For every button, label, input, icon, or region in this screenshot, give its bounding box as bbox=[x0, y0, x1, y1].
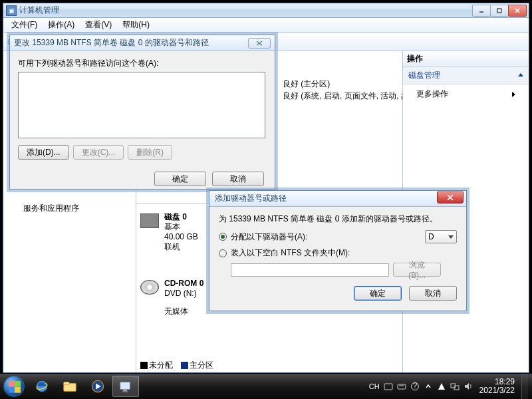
svg-rect-16 bbox=[120, 382, 130, 390]
volume-icon[interactable] bbox=[464, 382, 473, 391]
titlebar[interactable]: ▣ 计算机管理 bbox=[3, 3, 529, 18]
mount-path-input bbox=[231, 263, 389, 277]
mount-folder-label: 装入以下空白 NTFS 文件夹中(M): bbox=[231, 247, 350, 259]
svg-rect-19 bbox=[384, 384, 392, 390]
menu-view[interactable]: 查看(V) bbox=[80, 17, 117, 33]
help-icon[interactable]: ? bbox=[410, 382, 420, 391]
system-tray: CH ? 18:29 2021/3/22 bbox=[369, 374, 532, 399]
windows-logo-icon bbox=[3, 376, 25, 397]
chevron-right-icon bbox=[512, 92, 515, 97]
minimize-button[interactable] bbox=[472, 5, 491, 17]
ime-icon[interactable] bbox=[384, 382, 393, 391]
mount-folder-option[interactable]: 装入以下空白 NTFS 文件夹中(M): bbox=[219, 247, 457, 259]
ime-indicator[interactable]: CH bbox=[369, 382, 380, 390]
drive-letter-value: D bbox=[428, 232, 434, 241]
assign-letter-option[interactable]: 分配以下驱动器号(A): D bbox=[219, 230, 457, 243]
taskbar: CH ? 18:29 2021/3/22 bbox=[0, 374, 532, 399]
dialog1-label: 可用下列驱动器号和路径访问这个卷(A): bbox=[18, 58, 267, 69]
svg-text:?: ? bbox=[412, 382, 417, 390]
window-title: 计算机管理 bbox=[19, 5, 473, 16]
taskbar-ie[interactable] bbox=[29, 376, 55, 397]
dialog2-description: 为 15339 MB NTFS 简单卷 磁盘 0 添加新的驱动器号或路径。 bbox=[219, 213, 457, 225]
add-drive-letter-dialog: 添加驱动器号或路径 为 15339 MB NTFS 简单卷 磁盘 0 添加新的驱… bbox=[209, 190, 467, 311]
change-button: 更改(C)... bbox=[73, 145, 124, 160]
radio-mount-folder[interactable] bbox=[219, 249, 227, 257]
radio-assign-letter[interactable] bbox=[219, 233, 227, 241]
svg-rect-17 bbox=[123, 390, 127, 392]
svg-rect-18 bbox=[122, 391, 128, 392]
cancel-button[interactable]: 取消 bbox=[409, 286, 457, 301]
dialog2-close-button[interactable] bbox=[437, 192, 464, 203]
disk-icon bbox=[140, 213, 159, 228]
maximize-button[interactable] bbox=[490, 5, 509, 17]
actions-more[interactable]: 更多操作 bbox=[403, 84, 529, 104]
legend-unalloc-box bbox=[140, 362, 148, 369]
clock-date: 2021/3/22 bbox=[479, 386, 515, 395]
legend-unalloc-label: 未分配 bbox=[149, 360, 173, 370]
close-button[interactable] bbox=[508, 5, 527, 17]
svg-rect-20 bbox=[398, 384, 406, 389]
ok-button[interactable]: 确定 bbox=[354, 286, 402, 301]
disk-type: 基本 bbox=[164, 222, 198, 232]
taskbar-media-player[interactable] bbox=[84, 376, 111, 397]
assign-letter-label: 分配以下驱动器号(A): bbox=[231, 231, 307, 243]
cdrom-icon bbox=[140, 280, 159, 295]
collapse-icon bbox=[518, 73, 523, 76]
actions-more-label: 更多操作 bbox=[416, 88, 448, 100]
svg-rect-1 bbox=[497, 9, 501, 13]
tree-item[interactable]: 服务和应用程序 bbox=[23, 203, 79, 214]
dialog1-titlebar[interactable]: 更改 15339 MB NTFS 简单卷 磁盘 0 的驱动器号和路径 bbox=[10, 35, 275, 51]
svg-rect-13 bbox=[64, 382, 69, 385]
start-button[interactable] bbox=[0, 374, 28, 399]
menubar: 文件(F) 操作(A) 查看(V) 帮助(H) bbox=[3, 18, 529, 33]
dialog1-title: 更改 15339 MB NTFS 简单卷 磁盘 0 的驱动器号和路径 bbox=[14, 37, 248, 49]
actions-section[interactable]: 磁盘管理 bbox=[403, 67, 529, 84]
menu-help[interactable]: 帮助(H) bbox=[117, 17, 155, 33]
show-desktop-button[interactable] bbox=[521, 374, 528, 399]
disk-title: 磁盘 0 bbox=[164, 212, 198, 222]
disk-status: 联机 bbox=[164, 242, 198, 252]
remove-button: 删除(R) bbox=[128, 145, 172, 160]
dialog2-title: 添加驱动器号或路径 bbox=[215, 193, 437, 204]
disk-size: 40.00 GB bbox=[164, 232, 198, 242]
network-icon[interactable] bbox=[450, 382, 460, 391]
taskbar-explorer[interactable] bbox=[57, 376, 83, 397]
drive-paths-listbox[interactable] bbox=[18, 72, 265, 138]
menu-action[interactable]: 操作(A) bbox=[43, 17, 80, 33]
legend-primary-label: 主分区 bbox=[190, 360, 213, 370]
dialog1-close-button[interactable] bbox=[248, 38, 271, 49]
cdrom-type: DVD (N:) bbox=[164, 289, 203, 299]
app-icon: ▣ bbox=[6, 5, 17, 16]
dialog2-titlebar[interactable]: 添加驱动器号或路径 bbox=[209, 191, 466, 207]
tray-chevron-icon[interactable] bbox=[424, 382, 433, 391]
drive-letter-select[interactable]: D bbox=[425, 230, 457, 243]
taskbar-computer-management[interactable] bbox=[112, 376, 139, 397]
actions-section-label: 磁盘管理 bbox=[408, 70, 440, 81]
clock[interactable]: 18:29 2021/3/22 bbox=[477, 378, 517, 395]
menu-file[interactable]: 文件(F) bbox=[6, 17, 43, 33]
cdrom-status: 无媒体 bbox=[164, 307, 203, 317]
add-button[interactable]: 添加(D)... bbox=[18, 145, 69, 160]
cancel-button[interactable]: 取消 bbox=[212, 172, 264, 186]
change-drive-letter-dialog: 更改 15339 MB NTFS 简单卷 磁盘 0 的驱动器号和路径 可用下列驱… bbox=[9, 35, 275, 190]
action-center-icon[interactable] bbox=[437, 382, 446, 391]
browse-button: 浏览(B)... bbox=[393, 263, 441, 277]
actions-header: 操作 bbox=[403, 51, 529, 67]
chevron-down-icon bbox=[448, 235, 454, 239]
legend-primary-box bbox=[181, 362, 188, 369]
ok-button[interactable]: 确定 bbox=[154, 172, 206, 186]
keyboard-icon[interactable] bbox=[397, 382, 406, 391]
cdrom-title: CD-ROM 0 bbox=[164, 279, 203, 289]
legend: 未分配 主分区 bbox=[140, 360, 213, 371]
